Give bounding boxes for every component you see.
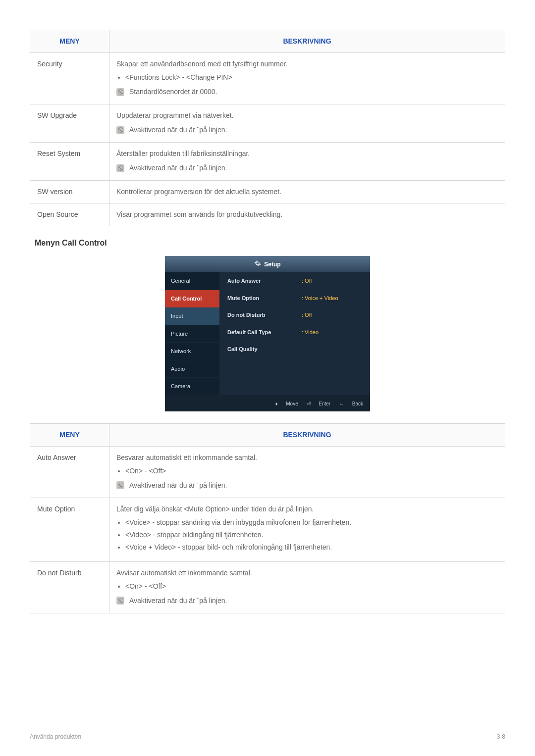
- bullet-item: <On> - <Off>: [125, 581, 498, 592]
- table-row: Auto Answer Besvarar automatiskt ett ink…: [30, 446, 505, 498]
- note-text: Standardlösenordet är 0000.: [129, 87, 217, 97]
- footer-right: 3-8: [497, 732, 505, 741]
- desc-text: Skapar ett användarlösenord med ett fyrs…: [116, 59, 498, 69]
- setup-value: : Off: [302, 311, 312, 319]
- desc-cell: Låter dig välja önskat <Mute Option> und…: [109, 498, 505, 561]
- bullet-item: <Voice + Video> - stoppar bild- och mikr…: [125, 542, 498, 553]
- col-header-desc: BESKRIVNING: [109, 423, 505, 446]
- col-header-menu: MENY: [30, 30, 109, 53]
- note-text: Avaktiverad när du är ¨på linjen.: [129, 125, 227, 135]
- table-row: Mute Option Låter dig välja önskat <Mute…: [30, 498, 505, 561]
- bullet-item: <Functions Lock> - <Change PIN>: [125, 72, 498, 83]
- setup-title-text: Setup: [264, 261, 280, 268]
- setup-row[interactable]: Default Call Type: Video: [219, 324, 370, 341]
- hint-back: ← Back: [339, 401, 363, 406]
- desc-cell: Visar programmet som används för produkt…: [109, 203, 505, 226]
- footer-left: Använda produkten: [30, 732, 81, 741]
- desc-text: Återställer produkten till fabriksinstäl…: [116, 149, 498, 159]
- sidebar-item-input[interactable]: Input: [165, 307, 219, 325]
- note-text: Avaktiverad när du är ¨på linjen.: [129, 163, 227, 173]
- desc-cell: Uppdaterar programmet via nätverket. Ava…: [109, 104, 505, 143]
- setup-value: : Video: [302, 328, 319, 337]
- setup-row[interactable]: Auto Answer: Off: [219, 272, 370, 290]
- setup-row[interactable]: Mute Option: Voice + Video: [219, 290, 370, 307]
- section-heading: Menyn Call Control: [35, 237, 505, 249]
- desc-cell: Besvarar automatiskt ett inkommande samt…: [109, 446, 505, 498]
- menu-cell: Auto Answer: [30, 446, 109, 498]
- menu-cell: Security: [30, 53, 109, 104]
- disabled-icon: [116, 126, 124, 134]
- setup-label: Mute Option: [227, 294, 302, 302]
- bullet-item: <Voice> - stoppar sändning via den inbyg…: [125, 517, 498, 528]
- desc-text: Avvisar automatiskt ett inkommande samta…: [116, 568, 498, 578]
- desc-cell: Skapar ett användarlösenord med ett fyrs…: [109, 53, 505, 104]
- sidebar-item-camera[interactable]: Camera: [165, 378, 219, 396]
- disabled-icon: [116, 481, 124, 489]
- setup-sidebar: General Call Control Input Picture Netwo…: [165, 272, 219, 396]
- sidebar-item-network[interactable]: Network: [165, 343, 219, 360]
- note-text: Avaktiverad när du är ¨på linjen.: [129, 480, 227, 491]
- setup-footer: ♦ Move ⏎ Enter ← Back: [165, 396, 370, 411]
- setup-label: Default Call Type: [227, 328, 302, 337]
- setup-label: Auto Answer: [227, 277, 302, 285]
- bullet-item: <Video> - stoppar bildingång till fjärre…: [125, 530, 498, 540]
- sidebar-item-picture[interactable]: Picture: [165, 325, 219, 343]
- table-system-menu: MENY BESKRIVNING Security Skapar ett anv…: [30, 30, 505, 226]
- desc-cell: Kontrollerar programversion för det aktu…: [109, 181, 505, 203]
- desc-text: Uppdaterar programmet via nätverket.: [116, 110, 498, 121]
- disabled-icon: [116, 597, 124, 605]
- desc-cell: Återställer produkten till fabriksinstäl…: [109, 143, 505, 181]
- table-row: Do not Disturb Avvisar automatiskt ett i…: [30, 561, 505, 613]
- setup-panel: Setup General Call Control Input Picture…: [165, 256, 370, 411]
- menu-cell: Reset System: [30, 143, 109, 181]
- menu-cell: SW version: [30, 181, 109, 203]
- table-row: Security Skapar ett användarlösenord med…: [30, 53, 505, 104]
- menu-cell: Open Source: [30, 203, 109, 226]
- note-text: Avaktiverad när du är ¨på linjen.: [129, 596, 227, 606]
- hint-move: ♦ Move: [275, 401, 298, 406]
- sidebar-item-general[interactable]: General: [165, 272, 219, 290]
- menu-cell: Do not Disturb: [30, 561, 109, 613]
- setup-label: Call Quality: [227, 345, 302, 353]
- setup-row[interactable]: Do not Disturb: Off: [219, 306, 370, 324]
- table-row: Open Source Visar programmet som används…: [30, 203, 505, 226]
- desc-text: Låter dig välja önskat <Mute Option> und…: [116, 504, 498, 514]
- hint-enter: ⏎ Enter: [307, 401, 331, 406]
- table-row: Reset System Återställer produkten till …: [30, 143, 505, 181]
- sidebar-item-audio[interactable]: Audio: [165, 360, 219, 378]
- setup-value: : Voice + Video: [302, 294, 338, 302]
- setup-value: : Off: [302, 277, 312, 285]
- setup-main: Auto Answer: Off Mute Option: Voice + Vi…: [219, 272, 370, 396]
- disabled-icon: [116, 164, 124, 172]
- setup-label: Do not Disturb: [227, 311, 302, 319]
- gear-icon: [254, 260, 261, 269]
- table-row: SW version Kontrollerar programversion f…: [30, 181, 505, 203]
- menu-cell: SW Upgrade: [30, 104, 109, 143]
- setup-title-bar: Setup: [165, 256, 370, 272]
- desc-text: Besvarar automatiskt ett inkommande samt…: [116, 453, 498, 463]
- desc-cell: Avvisar automatiskt ett inkommande samta…: [109, 561, 505, 613]
- bullet-item: <On> - <Off>: [125, 466, 498, 476]
- sidebar-item-call-control[interactable]: Call Control: [165, 290, 219, 308]
- col-header-menu: MENY: [30, 423, 109, 446]
- setup-row[interactable]: Call Quality: [219, 341, 370, 358]
- table-row: SW Upgrade Uppdaterar programmet via nät…: [30, 104, 505, 143]
- table-call-control: MENY BESKRIVNING Auto Answer Besvarar au…: [30, 423, 505, 613]
- menu-cell: Mute Option: [30, 498, 109, 561]
- col-header-desc: BESKRIVNING: [109, 30, 505, 53]
- disabled-icon: [116, 88, 124, 96]
